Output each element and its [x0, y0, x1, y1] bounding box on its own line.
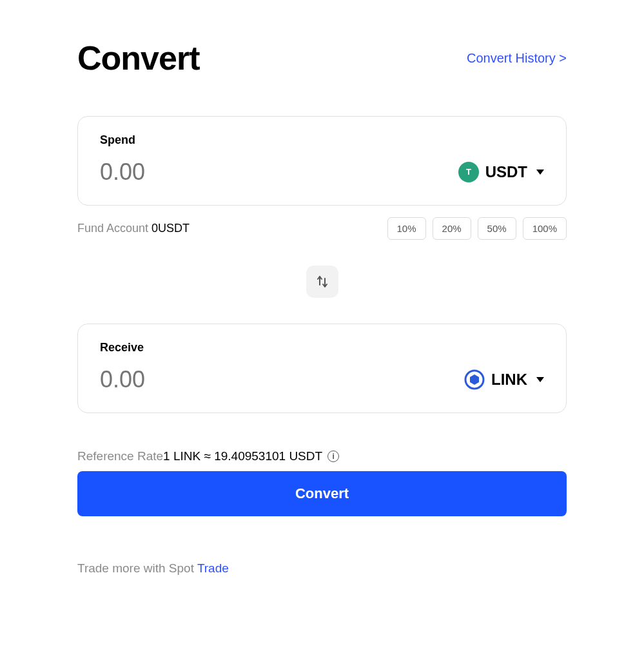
- receive-coin-symbol: LINK: [491, 371, 527, 389]
- page-title: Convert: [77, 39, 199, 77]
- usdt-icon: T: [458, 162, 479, 182]
- receive-card: Receive LINK: [77, 324, 567, 413]
- receive-amount-input[interactable]: [100, 366, 293, 393]
- spend-label: Spend: [100, 133, 544, 147]
- convert-button[interactable]: Convert: [77, 471, 567, 516]
- footer-text: Trade more with Spot Trade: [77, 561, 567, 576]
- percent-20-button[interactable]: 20%: [433, 217, 471, 240]
- swap-icon: [315, 274, 330, 289]
- percent-10-button[interactable]: 10%: [387, 217, 426, 240]
- info-icon[interactable]: i: [327, 451, 339, 462]
- svg-text:T: T: [466, 167, 471, 177]
- percent-buttons: 10% 20% 50% 100%: [387, 217, 567, 240]
- spot-trade-link[interactable]: Trade: [197, 561, 229, 575]
- spend-coin-select[interactable]: T USDT: [458, 162, 544, 182]
- reference-rate: Reference Rate1 LINK ≈ 19.40953101 USDT …: [77, 449, 567, 463]
- swap-button[interactable]: [306, 266, 338, 298]
- spend-card: Spend T USDT: [77, 116, 567, 206]
- percent-50-button[interactable]: 50%: [478, 217, 516, 240]
- spend-coin-symbol: USDT: [485, 163, 527, 181]
- chevron-down-icon: [536, 377, 544, 382]
- fund-account-text: Fund Account 0USDT: [77, 222, 190, 235]
- receive-coin-select[interactable]: LINK: [464, 369, 544, 390]
- chevron-down-icon: [536, 170, 544, 175]
- link-icon: [464, 369, 485, 390]
- spend-amount-input[interactable]: [100, 159, 293, 186]
- percent-100-button[interactable]: 100%: [523, 217, 567, 240]
- convert-history-link[interactable]: Convert History >: [467, 51, 567, 66]
- receive-label: Receive: [100, 341, 544, 354]
